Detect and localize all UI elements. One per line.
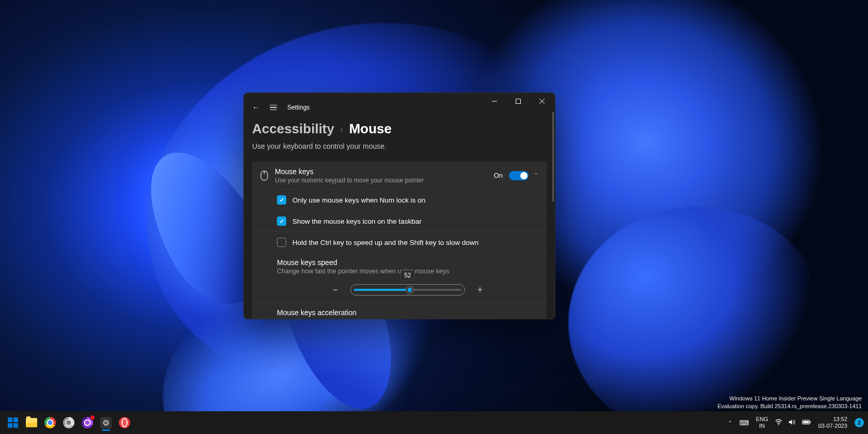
mouse-icon [260,171,275,181]
volume-icon[interactable] [786,419,798,427]
chrome-icon[interactable] [41,414,59,431]
mouse-keys-description: Use your numeric keypad to move your mou… [275,177,494,184]
settings-window: ← Settings Accessibility › Mouse Use you… [243,92,555,319]
date: 03-07-2023 [818,423,847,429]
breadcrumb-current: Mouse [349,121,392,137]
settings-content: Accessibility › Mouse Use your keyboard … [244,112,555,319]
window-topbar: ← Settings [244,103,555,112]
speed-title: Mouse keys speed [277,258,538,267]
watermark-line2: Evaluation copy. Build 25314.rs_prerelea… [718,402,862,410]
hamburger-menu-icon[interactable] [270,105,277,111]
chevron-right-icon: › [340,125,343,133]
tray-overflow-icon[interactable]: ⌃ [725,420,735,426]
opera-icon[interactable] [116,414,133,431]
file-explorer-icon[interactable] [23,414,40,431]
check-icon: ✓ [280,197,284,204]
slider-decrease-button[interactable]: − [330,285,341,296]
desktop-wallpaper: ← Settings Accessibility › Mouse Use you… [0,0,868,434]
option-label: Only use mouse keys when Num lock is on [292,196,425,204]
notification-count[interactable]: 2 [855,418,864,427]
option-label: Hold the Ctrl key to speed up and the Sh… [292,239,478,246]
acceleration-title: Mouse keys acceleration [277,308,538,317]
watermark-line1: Windows 11 Home Insider Preview Single L… [718,395,862,402]
time: 13:52 [818,416,847,423]
breadcrumb-parent[interactable]: Accessibility [252,121,334,137]
speed-slider[interactable]: 52 [350,284,465,296]
mouse-keys-title: Mouse keys [275,167,494,176]
svg-rect-8 [803,421,809,423]
checkbox-numlock[interactable]: ✓ [277,195,286,205]
slider-thumb[interactable] [406,286,413,293]
chrome-dev-icon[interactable] [79,414,96,431]
settings-taskbar-icon[interactable]: ⚙ [97,414,115,431]
option-label: Show the mouse keys icon on the taskbar [292,218,422,225]
mouse-keys-toggle[interactable] [509,171,529,180]
notification-badge-icon [90,415,95,420]
chrome-canary-icon[interactable] [60,414,78,431]
acceleration-description: Change how quickly the pointer starts & … [277,318,538,319]
checkbox-ctrl-shift[interactable] [277,238,286,247]
keyboard-tray-icon[interactable]: ⌨ [737,419,751,427]
mouse-keys-row[interactable]: Mouse keys Use your numeric keypad to mo… [252,162,547,190]
check-icon: ✓ [280,218,284,225]
scrollbar[interactable] [552,112,554,202]
speed-section: Mouse keys speed Change how fast the poi… [252,253,547,303]
option-taskbar-icon[interactable]: ✓ Show the mouse keys icon on the taskba… [252,211,547,232]
option-ctrl-shift[interactable]: Hold the Ctrl key to speed up and the Sh… [252,232,547,253]
mouse-keys-card: Mouse keys Use your numeric keypad to mo… [252,162,547,319]
language-bottom: IN [756,423,768,429]
desktop-watermark: Windows 11 Home Insider Preview Single L… [718,395,862,410]
language-indicator[interactable]: ENG IN [753,416,771,429]
start-button[interactable] [4,414,22,431]
toggle-state-label: On [494,172,503,179]
app-title: Settings [287,104,309,111]
clock[interactable]: 13:52 03-07-2023 [815,416,850,429]
svg-point-6 [778,424,779,425]
page-subtitle: Use your keyboard to control your mouse. [252,142,547,150]
acceleration-section: Mouse keys acceleration Change how quick… [252,303,547,319]
battery-icon[interactable] [800,419,813,427]
chevron-up-icon[interactable]: ⌃ [534,172,538,179]
back-button[interactable]: ← [252,103,259,112]
taskbar: ⚙ ⌃ ⌨ ENG IN 13:52 03-07-2023 2 [0,411,868,434]
wifi-icon[interactable] [773,419,784,427]
slider-increase-button[interactable]: + [474,285,486,296]
breadcrumb: Accessibility › Mouse [252,121,547,137]
language-top: ENG [756,416,768,423]
checkbox-taskbar[interactable]: ✓ [277,216,286,226]
option-numlock[interactable]: ✓ Only use mouse keys when Num lock is o… [252,190,547,211]
svg-rect-9 [810,421,811,423]
slider-tooltip: 52 [400,270,414,281]
